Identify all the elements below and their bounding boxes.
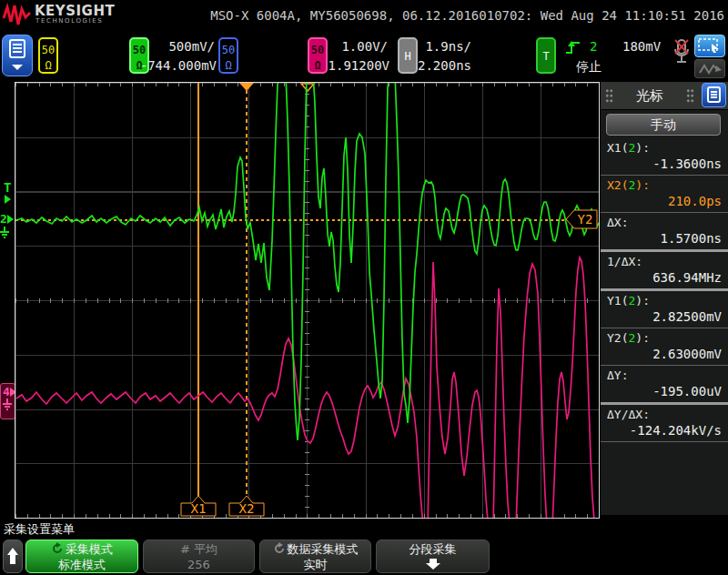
cursor-row-inv-dx: 1/ΔX:636.94MHz	[601, 254, 728, 287]
selection-tool-button[interactable]	[694, 35, 725, 57]
separator	[601, 402, 728, 405]
ch4-trace	[16, 257, 599, 518]
main-menu-button[interactable]	[2, 35, 33, 76]
menu-list-icon	[703, 84, 725, 106]
separator	[601, 365, 728, 366]
trigger-marker-label: T	[4, 180, 11, 195]
separator	[601, 441, 728, 442]
data-acquisition-mode-button[interactable]: 数据采集模式 实时	[259, 540, 371, 573]
cursor-row-label: X2(2):	[607, 178, 722, 194]
segmented-label: 分段采集	[377, 541, 489, 557]
acquire-mode-button[interactable]: 采集模式 标准模式	[25, 540, 138, 573]
drag-grip-icon[interactable]	[686, 88, 694, 104]
ch2-trace	[16, 83, 599, 440]
toolbar: 50 Ω 50 Ω 500mV/ -744.000mV 50 Ω 50 Ω 1.…	[0, 30, 728, 82]
svg-text:X1: X1	[191, 501, 207, 516]
separator	[601, 175, 728, 176]
horizontal-badge[interactable]: H	[398, 37, 418, 74]
averages-label: # 平均	[144, 541, 254, 557]
oscilloscope-screen: KEYSIGHT TECHNOLOGIES MSO-X 6004A, MY560…	[0, 0, 728, 575]
horizontal-label: H	[399, 49, 416, 65]
cursor-row-value: 636.94MHz	[607, 270, 722, 287]
cursor-row-channel: 2	[628, 294, 635, 308]
scope-display: T 2 4	[0, 82, 601, 519]
ch4-offset: 1.91200V	[322, 58, 389, 73]
trigger-badge[interactable]: T	[536, 37, 556, 74]
menu-list-icon	[3, 35, 32, 76]
cursor-row-y2: Y2(2):2.63000mV	[601, 330, 728, 363]
separator	[601, 328, 728, 328]
acquire-mode-value: 标准模式	[26, 557, 137, 572]
ch1-impedance: 50	[40, 43, 56, 58]
svg-text:X2: X2	[239, 501, 255, 516]
cursor-row-value: 2.63000mV	[607, 347, 722, 363]
cursor-row-value: 2.82500mV	[607, 309, 722, 326]
selection-rect-icon	[695, 35, 724, 56]
waveform-traces	[15, 83, 599, 518]
trigger-label: T	[538, 49, 554, 65]
cursor-y2-label[interactable]: Y2	[565, 207, 599, 232]
cursor-panel-title: 光标	[601, 87, 699, 105]
channel1-badge[interactable]: 50 Ω	[38, 37, 58, 74]
ch2-offset: -744.000mV	[135, 58, 217, 73]
cursor-row-y1: Y1(2):2.82500mV	[601, 293, 728, 326]
ch4-ground-icon	[3, 398, 15, 413]
softkey-menu-bar: 采集设置菜单 采集模式 标准模式 # 平均 256	[0, 519, 728, 575]
keysight-logo-icon	[3, 3, 32, 27]
cursor-row-label: 1/ΔX:	[607, 255, 722, 270]
channel4-ground-marker[interactable]: 4	[0, 383, 15, 419]
separator	[601, 288, 728, 291]
horizontal-scale: 1.9ns/	[422, 39, 471, 54]
ch1-unit: Ω	[40, 58, 56, 74]
cursor-mode-button[interactable]: 手动	[606, 114, 721, 136]
waveform-tool-button[interactable]	[694, 59, 725, 78]
ch2-ground-icon	[0, 227, 13, 239]
cursor-x1-label[interactable]: X1	[180, 494, 217, 517]
acquire-mode-label: 采集模式	[66, 542, 113, 556]
horizontal-delay: 2.200ns	[417, 58, 471, 73]
ch3-impedance: 50	[220, 43, 237, 58]
ch2-arrow-icon	[7, 215, 14, 224]
trigger-status: 停止	[576, 59, 602, 76]
cursor-row-x1: X1(2):-1.3600ns	[601, 140, 728, 173]
cursor-row-label: ΔX:	[607, 216, 722, 231]
cursor-row-label: X1(2):	[607, 141, 722, 156]
zigzag-arrow-icon	[695, 60, 724, 77]
cursor-row-value: 210.0ps	[607, 194, 722, 210]
cursor-row-dy: ΔY:-195.00uV	[601, 368, 728, 400]
channel2-ground-marker[interactable]: 2	[0, 213, 14, 243]
svg-text:Y2: Y2	[578, 212, 593, 227]
cycle-icon	[51, 542, 64, 555]
trigger-level-marker[interactable]: T	[4, 182, 11, 204]
cursor-row-value: -124.204kV/s	[607, 423, 722, 439]
down-arrow-icon	[420, 557, 447, 570]
cycle-icon	[273, 542, 286, 555]
data-acq-mode-label: 数据采集模式	[288, 542, 359, 556]
ch4-scale: 1.00V/	[329, 39, 388, 54]
ch4-impedance: 50	[309, 43, 326, 58]
ch2-marker-label: 2	[0, 213, 7, 226]
up-arrow-icon	[5, 540, 21, 571]
cursor-row-value: -1.3600ns	[607, 156, 722, 173]
cursor-row-label: ΔY:	[607, 368, 722, 384]
back-button[interactable]	[3, 540, 23, 573]
brand-subname: TECHNOLOGIES	[35, 17, 103, 25]
channel3-badge[interactable]: 50 Ω	[218, 37, 238, 74]
cursor-row-channel: 2	[628, 331, 635, 345]
cursor-row-dx: ΔX:1.5700ns	[601, 215, 728, 247]
cursor-menu-button[interactable]	[702, 83, 726, 107]
microphone-muted-icon[interactable]	[672, 36, 692, 75]
softkey-menu-title: 采集设置菜单	[4, 521, 75, 538]
rising-edge-icon	[565, 39, 581, 55]
header: KEYSIGHT TECHNOLOGIES MSO-X 6004A, MY560…	[0, 0, 728, 30]
averages-value: 256	[144, 557, 254, 572]
cursor-panel: 光标 手动 X1(2):-1.3600nsX2(2):210.0psΔX:1.5…	[601, 82, 728, 515]
cursor-x2-label[interactable]: X2	[228, 494, 265, 517]
cursor-panel-header[interactable]: 光标	[601, 82, 728, 110]
segmented-acquire-button[interactable]: 分段采集	[376, 540, 490, 573]
averages-button[interactable]: # 平均 256	[143, 540, 255, 573]
cursor-row-value: 1.5700ns	[607, 231, 722, 247]
instrument-title: MSO-X 6004A, MY56050698, 06.12.201601070…	[210, 8, 724, 23]
data-acq-mode-value: 实时	[260, 557, 370, 572]
separator	[601, 249, 728, 252]
